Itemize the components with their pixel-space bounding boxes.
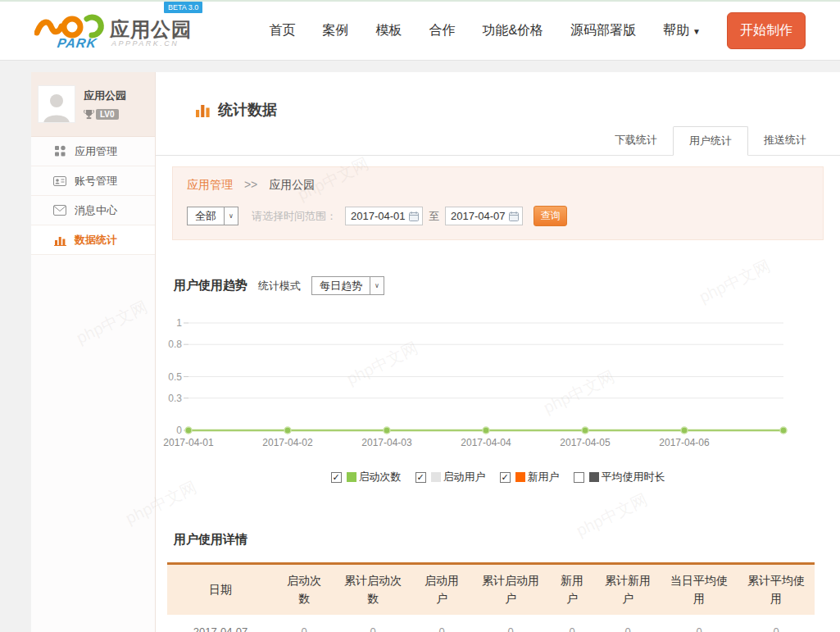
column-header: 当日平均使用 [661, 564, 738, 616]
checkbox-unchecked-icon[interactable] [574, 472, 584, 483]
column-header: 累计启动次数 [334, 564, 411, 616]
svg-text:2017-04-02: 2017-04-02 [262, 437, 313, 448]
stats-bars-icon [53, 234, 66, 247]
table-cell: 2017-04-07 [167, 615, 274, 632]
breadcrumb-parent[interactable]: 应用管理 [187, 178, 233, 191]
usage-detail-table: 日期启动次数累计启动次数启动用户累计启动用户新用户累计新用户当日平均使用累计平均… [167, 562, 815, 632]
start-create-button[interactable]: 开始制作 [727, 12, 806, 49]
sidebar-item-label: 应用管理 [75, 144, 117, 159]
date-to-input[interactable]: 2017-04-07 [445, 207, 523, 225]
svg-text:1: 1 [176, 317, 182, 329]
table-cell: 0 [595, 615, 661, 632]
calendar-icon [409, 211, 419, 221]
app-select-value: 全部 [188, 207, 224, 225]
date-range-label: 请选择时间范围： [252, 209, 337, 224]
table-cell: 0 [334, 615, 411, 632]
query-button[interactable]: 查询 [534, 206, 567, 226]
to-label: 至 [429, 209, 439, 224]
tab-push-stats[interactable]: 推送统计 [748, 126, 822, 155]
trend-mode-select[interactable]: 每日趋势 ∨ [311, 276, 384, 295]
nav-home[interactable]: 首页 [269, 22, 295, 39]
account-card-icon [53, 175, 66, 188]
table-cell: 0 [661, 615, 738, 632]
stat-mode-label: 统计模式 [258, 279, 301, 293]
column-header: 日期 [167, 564, 274, 616]
logo-park-text: PARK [57, 36, 98, 51]
sidebar: 应用公园 LV0 应用管理 [31, 72, 156, 632]
stats-tabs: 下载统计 用户统计 推送统计 [156, 126, 840, 156]
svg-text:0.5: 0.5 [168, 371, 182, 383]
svg-text:0.8: 0.8 [168, 339, 182, 350]
nav-templates[interactable]: 模板 [375, 22, 402, 39]
table-cell: 0 [411, 615, 472, 632]
chart-legend: ✓启动次数✓启动用户✓新用户平均使用时长 [156, 470, 840, 484]
sidebar-item-label: 数据统计 [75, 233, 117, 248]
calendar-icon [509, 211, 519, 221]
legend-item-3[interactable]: 平均使用时长 [574, 470, 665, 484]
nav-source-deploy[interactable]: 源码部署版 [570, 22, 636, 39]
legend-item-0[interactable]: ✓启动次数 [331, 470, 402, 484]
column-header: 新用户 [549, 564, 595, 616]
app-select[interactable]: 全部 ∨ [187, 207, 238, 225]
select-arrow-icon: ∨ [370, 277, 384, 294]
nav-pricing[interactable]: 功能&价格 [482, 22, 543, 39]
apps-icon [53, 145, 66, 158]
svg-text:2017-04-05: 2017-04-05 [560, 437, 611, 448]
person-icon [40, 89, 73, 122]
svg-text:2017-04-06: 2017-04-06 [659, 437, 710, 448]
avatar[interactable] [38, 85, 75, 123]
table-body: 2017-04-0700000000 [167, 615, 815, 632]
date-from-input[interactable]: 2017-04-01 [345, 207, 423, 225]
table-row: 2017-04-0700000000 [167, 615, 815, 632]
sidebar-item-label: 账号管理 [75, 174, 117, 189]
legend-label: 启动用户 [443, 470, 486, 484]
level-badge: LV0 [96, 109, 119, 120]
svg-text:2017-04-03: 2017-04-03 [361, 437, 412, 448]
tab-download-stats[interactable]: 下载统计 [599, 126, 673, 155]
main-content: 统计数据 下载统计 用户统计 推送统计 应用管理 >> 应用公园 全部 ∨ 请选… [156, 72, 840, 632]
main-nav: 首页 案例 模板 合作 功能&价格 源码部署版 帮助▼ [269, 22, 701, 39]
nav-help[interactable]: 帮助▼ [663, 22, 701, 39]
nav-cases[interactable]: 案例 [322, 22, 348, 39]
nav-help-label: 帮助 [663, 23, 689, 37]
sidebar-item-message-center[interactable]: 消息中心 [31, 196, 155, 225]
top-navbar: PARK 应用公园 APPPARK.CN BETA 3.0 首页 案例 模板 合… [0, 0, 840, 61]
checkbox-checked-icon[interactable]: ✓ [415, 472, 426, 483]
line-chart: 10.80.50.302017-04-012017-04-022017-04-0… [162, 315, 811, 456]
legend-item-1[interactable]: ✓启动用户 [415, 470, 486, 484]
svg-text:2017-04-04: 2017-04-04 [461, 437, 511, 448]
svg-text:0.3: 0.3 [168, 393, 182, 404]
checkbox-checked-icon[interactable]: ✓ [500, 472, 511, 483]
breadcrumb: 应用管理 >> 应用公园 [187, 178, 809, 193]
filter-panel: 应用管理 >> 应用公园 全部 ∨ 请选择时间范围： 2017-04-01 至 … [172, 166, 824, 240]
logo-domain-text: APPPARK.CN [111, 39, 179, 48]
table-cell: 0 [274, 615, 334, 632]
svg-text:2017-04-01: 2017-04-01 [163, 437, 214, 448]
column-header: 累计启动用户 [472, 564, 549, 616]
beta-badge: BETA 3.0 [164, 2, 202, 13]
legend-swatch [347, 472, 356, 482]
sidebar-item-app-management[interactable]: 应用管理 [31, 137, 155, 166]
table-cell: 0 [549, 615, 595, 632]
usage-trend-chart: 10.80.50.302017-04-012017-04-022017-04-0… [162, 315, 811, 456]
legend-label: 平均使用时长 [602, 470, 665, 484]
date-to-value: 2017-04-07 [451, 210, 506, 222]
table-cell: 0 [472, 615, 549, 632]
sidebar-item-label: 消息中心 [75, 203, 117, 218]
profile-name: 应用公园 [84, 89, 126, 103]
tab-user-stats[interactable]: 用户统计 [673, 126, 748, 156]
apppark-logo[interactable]: PARK 应用公园 APPPARK.CN BETA 3.0 [34, 7, 211, 56]
nav-cooperation[interactable]: 合作 [429, 22, 455, 39]
breadcrumb-separator: >> [244, 178, 257, 191]
legend-item-2[interactable]: ✓新用户 [500, 470, 560, 484]
sidebar-item-data-statistics[interactable]: 数据统计 [31, 225, 155, 255]
checkbox-checked-icon[interactable]: ✓ [331, 472, 342, 483]
statistics-bars-icon [195, 102, 211, 118]
legend-label: 启动次数 [359, 470, 402, 484]
table-header-row: 日期启动次数累计启动次数启动用户累计启动用户新用户累计新用户当日平均使用累计平均… [167, 564, 815, 616]
column-header: 累计平均使用 [738, 564, 815, 616]
table-cell: 0 [738, 615, 815, 632]
sidebar-item-account-management[interactable]: 账号管理 [31, 166, 155, 196]
column-header: 启动次数 [274, 564, 334, 616]
legend-label: 新用户 [528, 470, 560, 484]
